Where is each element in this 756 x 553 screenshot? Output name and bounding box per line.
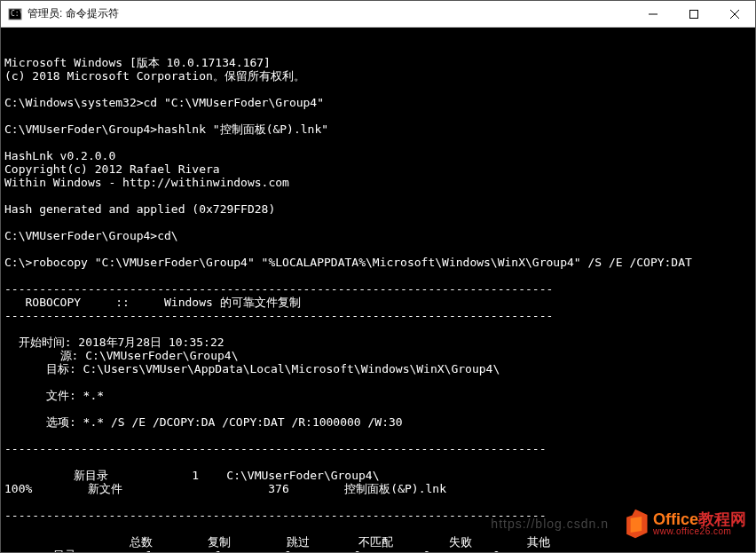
terminal-line [4,189,752,202]
terminal-line: ----------------------------------------… [4,282,752,296]
terminal-line: 总数 复制 跳过 不匹配 失败 其他 [4,535,752,549]
terminal-line [4,429,752,442]
terminal-line: 开始时间: 2018年7月28日 10:35:22 [4,336,752,349]
terminal-line: 100% 新文件 376 控制面板(&P).lnk [4,482,752,495]
terminal-line: 目录: 1 1 0 0 0 0 [4,549,752,552]
terminal-line [4,522,752,535]
maximize-button[interactable] [673,1,714,27]
terminal-line: 新目录 1 C:\VMUserFoder\Group4\ [4,469,752,482]
terminal-line: C:\VMUserFoder\Group4>hashlnk "控制面板(&P).… [4,122,752,136]
window-controls [633,1,755,27]
terminal-line: ----------------------------------------… [4,309,752,322]
titlebar[interactable]: C:\ 管理员: 命令提示符 [1,1,755,28]
terminal-line: ROBOCOPY :: Windows 的可靠文件复制 [4,296,752,309]
window-title: 管理员: 命令提示符 [28,6,633,21]
terminal-line [4,495,752,509]
terminal-line: Within Windows - http://withinwindows.co… [4,176,752,189]
terminal-line: C:\VMUserFoder\Group4>cd\ [4,229,752,242]
terminal-line: 源: C:\VMUserFoder\Group4\ [4,349,752,362]
terminal-line [4,269,752,282]
terminal-line: 文件: *.* [4,389,752,402]
terminal-line [4,83,752,96]
terminal-line [4,455,752,469]
terminal-line: Copyright(c) 2012 Rafael Rivera [4,162,752,176]
terminal-line: 选项: *.* /S /E /DCOPY:DA /COPY:DAT /R:100… [4,415,752,429]
command-prompt-window: C:\ 管理员: 命令提示符 Microsoft Windows [版本 10.… [0,0,756,553]
terminal-line: C:\>robocopy "C:\VMUserFoder\Group4" "%L… [4,256,752,269]
terminal-line: Microsoft Windows [版本 10.0.17134.167] [4,56,752,69]
terminal-line [4,375,752,389]
terminal-line [4,109,752,122]
terminal-line: ----------------------------------------… [4,509,752,522]
terminal-line [4,216,752,229]
terminal-line [4,322,752,336]
svg-text:C:\: C:\ [11,10,22,18]
minimize-button[interactable] [633,1,673,27]
terminal-line: HashLnk v0.2.0.0 [4,149,752,162]
terminal-line: ----------------------------------------… [4,442,752,455]
app-icon: C:\ [8,7,22,21]
terminal-line: 目标: C:\Users\VMUser\AppData\Local\Micros… [4,362,752,375]
terminal-output[interactable]: Microsoft Windows [版本 10.0.17134.167](c)… [1,28,755,552]
terminal-line: (c) 2018 Microsoft Corporation。保留所有权利。 [4,69,752,83]
terminal-line: C:\Windows\system32>cd "C:\VMUserFoder\G… [4,96,752,109]
terminal-line [4,242,752,256]
close-button[interactable] [714,1,755,27]
terminal-line: Hash generated and applied (0x729FFD28) [4,202,752,216]
terminal-line [4,136,752,149]
terminal-line [4,402,752,415]
svg-rect-3 [690,10,698,18]
